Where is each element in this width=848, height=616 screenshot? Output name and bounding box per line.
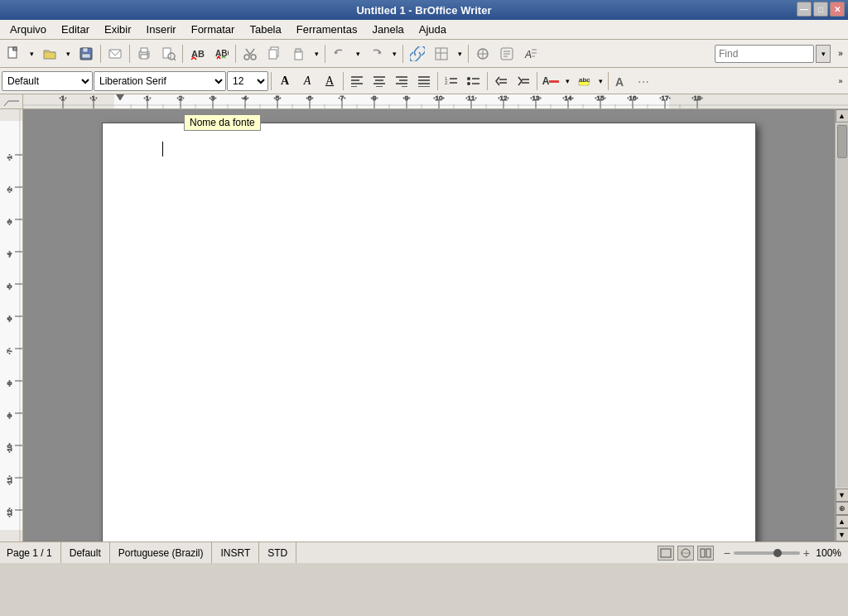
menu-formatar[interactable]: Formatar xyxy=(185,22,242,37)
scroll-expand-up[interactable]: ⊕ xyxy=(836,502,849,515)
undo-button[interactable] xyxy=(328,43,351,65)
new-button[interactable] xyxy=(2,43,25,65)
svg-text:·4·: ·4· xyxy=(7,251,12,257)
hyperlink-button[interactable] xyxy=(406,43,429,65)
svg-text:·8·: ·8· xyxy=(7,380,12,387)
redo-button[interactable] xyxy=(364,43,388,65)
print-button[interactable] xyxy=(132,43,156,65)
cut-button[interactable] xyxy=(238,43,262,65)
svg-rect-8 xyxy=(141,48,147,52)
maximize-button[interactable]: □ xyxy=(813,2,828,17)
minimize-button[interactable]: — xyxy=(797,2,812,17)
copy-button[interactable] xyxy=(263,43,286,65)
table-button-arrow[interactable]: ▾ xyxy=(454,43,465,65)
svg-rect-9 xyxy=(141,55,147,59)
svg-text:·13·: ·13· xyxy=(530,94,541,102)
spell-check-button[interactable]: ABC xyxy=(186,43,209,65)
align-right-button[interactable] xyxy=(391,71,412,91)
insert-mode[interactable]: INSRT xyxy=(212,542,259,563)
document-page[interactable] xyxy=(102,123,756,541)
scroll-next-page[interactable]: ▼ xyxy=(836,528,849,541)
highlight-button[interactable]: abc xyxy=(573,71,595,91)
book-view-button[interactable] xyxy=(697,546,714,561)
font-name-select[interactable]: Liberation Serif xyxy=(94,71,226,91)
font-size-select[interactable]: 12 xyxy=(227,71,268,91)
decrease-indent-button[interactable] xyxy=(490,71,512,91)
paste-button-arrow[interactable]: ▾ xyxy=(311,43,322,65)
svg-text:·16·: ·16· xyxy=(627,94,638,102)
menu-ferramentas[interactable]: Ferramentas xyxy=(290,22,364,37)
svg-point-16 xyxy=(244,55,249,60)
separator xyxy=(608,72,609,90)
character-button[interactable]: A xyxy=(611,71,633,91)
menu-janela[interactable]: Janela xyxy=(365,22,410,37)
document-area[interactable] xyxy=(23,109,835,541)
scroll-prev-page[interactable]: ▲ xyxy=(836,515,849,528)
font-color-button[interactable]: A xyxy=(540,71,561,91)
zoom-level[interactable]: 100% xyxy=(813,547,841,559)
title-bar-controls: — □ ✕ xyxy=(797,2,845,17)
auto-spell-button[interactable]: ABC xyxy=(210,43,233,65)
align-center-button[interactable] xyxy=(369,71,390,91)
menu-inserir[interactable]: Inserir xyxy=(140,22,183,37)
redo-button-arrow[interactable]: ▾ xyxy=(388,43,400,65)
bold-button[interactable]: A xyxy=(274,71,296,91)
scroll-up-button[interactable]: ▲ xyxy=(836,109,849,123)
highlight-arrow[interactable]: ▾ xyxy=(595,71,605,91)
find-dropdown[interactable]: ▾ xyxy=(816,45,831,63)
svg-rect-5 xyxy=(82,54,90,58)
menu-exibir[interactable]: Exibir xyxy=(98,22,138,37)
paste-button[interactable] xyxy=(287,43,310,65)
italic-button[interactable]: A xyxy=(296,71,318,91)
undo-button-arrow[interactable]: ▾ xyxy=(352,43,364,65)
bulleted-list-button[interactable] xyxy=(463,71,484,91)
close-button[interactable]: ✕ xyxy=(830,2,845,17)
increase-indent-button[interactable] xyxy=(513,71,534,91)
menu-editar[interactable]: Editar xyxy=(55,22,96,37)
find-input[interactable] xyxy=(715,45,814,63)
print-preview-button[interactable] xyxy=(157,43,180,65)
svg-rect-71 xyxy=(114,94,669,108)
zoom-out-button[interactable]: − xyxy=(724,546,730,560)
toolbar2-expand[interactable]: » xyxy=(835,71,846,91)
numbered-list-button[interactable]: 1.2. xyxy=(441,71,462,91)
menu-arquivo[interactable]: Arquivo xyxy=(3,22,53,37)
underline-button[interactable]: A xyxy=(319,71,340,91)
zoom-thumb[interactable] xyxy=(773,549,782,557)
menu-tabela[interactable]: Tabela xyxy=(243,22,287,37)
separator xyxy=(402,45,403,63)
selection-mode[interactable]: STD xyxy=(259,542,296,563)
svg-text:·5·: ·5· xyxy=(274,94,282,102)
menu-ajuda[interactable]: Ajuda xyxy=(412,22,453,37)
svg-text:·7·: ·7· xyxy=(339,94,346,102)
svg-text:·4·: ·4· xyxy=(242,94,249,102)
standard-view-button[interactable] xyxy=(658,546,674,561)
more-button[interactable]: ⋯ xyxy=(634,71,655,91)
separator xyxy=(271,72,272,90)
paragraph-style-select[interactable]: Default xyxy=(2,71,93,91)
scroll-down-button[interactable]: ▼ xyxy=(836,488,849,502)
separator xyxy=(343,72,344,90)
scroll-track[interactable] xyxy=(836,123,848,488)
new-button-arrow[interactable]: ▾ xyxy=(26,43,37,65)
zoom-slider[interactable] xyxy=(734,551,800,555)
align-left-button[interactable] xyxy=(346,71,368,91)
open-button-arrow[interactable]: ▾ xyxy=(62,43,74,65)
toolbar1-expand[interactable]: » xyxy=(835,43,846,65)
web-view-button[interactable] xyxy=(677,546,694,561)
open-button[interactable] xyxy=(38,43,61,65)
font-color-arrow[interactable]: ▾ xyxy=(562,71,572,91)
scroll-thumb[interactable] xyxy=(837,125,847,158)
show-draw-button[interactable] xyxy=(471,43,494,65)
zoom-in-button[interactable]: + xyxy=(803,546,810,560)
align-justify-button[interactable] xyxy=(413,71,435,91)
email-button[interactable] xyxy=(104,43,127,65)
styles-button[interactable]: A xyxy=(519,43,542,65)
save-button[interactable] xyxy=(75,43,98,65)
navigator-button[interactable] xyxy=(495,43,518,65)
svg-text:·17·: ·17· xyxy=(659,94,670,102)
svg-text:·1·: ·1· xyxy=(144,94,152,102)
table-button[interactable] xyxy=(430,43,453,65)
svg-line-68 xyxy=(4,101,8,106)
separator xyxy=(325,45,325,63)
